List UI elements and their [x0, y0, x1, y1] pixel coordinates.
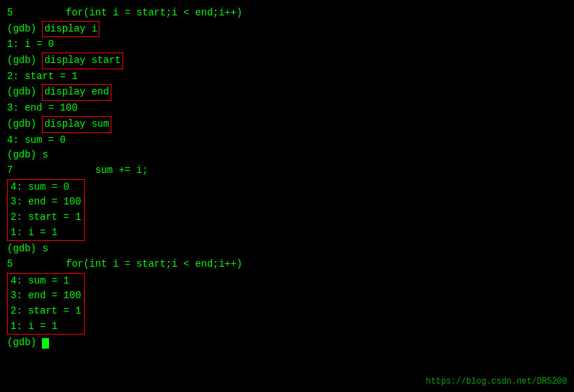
output-sum-value: 4: sum = 0 — [7, 133, 567, 148]
box1-line4: 1: i = 1 — [10, 225, 81, 241]
gdb-line-display-i: (gdb) display i — [7, 21, 567, 38]
gdb-line-step-2: (gdb) s — [7, 241, 567, 257]
gdb-prompt-cursor: (gdb) — [7, 335, 567, 351]
gdb-line-display-end: (gdb) display end — [7, 84, 567, 101]
gdb-prompt: (gdb) s — [7, 241, 48, 257]
cmd-display-sum: display sum — [42, 116, 111, 133]
code-text: 5 for(int i = start;i < end;i++) — [7, 257, 242, 272]
watermark: https://blog.csdn.net/DR5200 — [426, 377, 567, 386]
cmd-display-i: display i — [42, 21, 99, 38]
terminal-cursor — [42, 338, 49, 349]
gdb-line-display-sum: (gdb) display sum — [7, 116, 567, 133]
display-box-1: 4: sum = 0 3: end = 100 2: start = 1 1: … — [7, 179, 85, 241]
output-text: 4: sum = 0 — [7, 133, 66, 148]
box2-line3: 2: start = 1 — [10, 304, 81, 319]
cmd-display-start: display start — [42, 52, 122, 69]
gdb-line-step-1: (gdb) s — [7, 148, 567, 163]
code-line-for: 5 for(int i = start;i < end;i++) — [7, 257, 567, 272]
box2-line1: 4: sum = 1 — [10, 274, 81, 289]
code-line-1: 5 for(int i = start;i < end;i++) — [7, 6, 567, 21]
line-number: 5 for(int i = start;i < end;i++) — [7, 6, 242, 21]
terminal: 5 for(int i = start;i < end;i++) (gdb) d… — [0, 0, 574, 356]
gdb-prompt: (gdb) — [7, 22, 42, 37]
gdb-prompt: (gdb) s — [7, 148, 48, 163]
output-i-value: 1: i = 0 — [7, 37, 567, 52]
gdb-prompt: (gdb) — [7, 117, 42, 132]
output-text: 3: end = 100 — [7, 101, 78, 116]
box2-line4: 1: i = 1 — [10, 319, 81, 335]
box1-line1: 4: sum = 0 — [10, 180, 81, 195]
box2-line2: 3: end = 100 — [10, 288, 81, 304]
display-box-2: 4: sum = 1 3: end = 100 2: start = 1 1: … — [7, 273, 85, 335]
cmd-display-end: display end — [42, 84, 111, 101]
output-text: 2: start = 1 — [7, 69, 78, 85]
output-text: 1: i = 0 — [7, 37, 54, 52]
output-start-value: 2: start = 1 — [7, 69, 567, 85]
code-text: 7 sum += i; — [7, 163, 148, 178]
box1-line2: 3: end = 100 — [10, 195, 81, 210]
code-line-sum: 7 sum += i; — [7, 163, 567, 178]
gdb-prompt-text: (gdb) — [7, 335, 42, 351]
gdb-prompt: (gdb) — [7, 53, 42, 69]
output-end-value: 3: end = 100 — [7, 101, 567, 116]
gdb-line-display-start: (gdb) display start — [7, 52, 567, 69]
box1-line3: 2: start = 1 — [10, 210, 81, 225]
gdb-prompt: (gdb) — [7, 85, 42, 100]
